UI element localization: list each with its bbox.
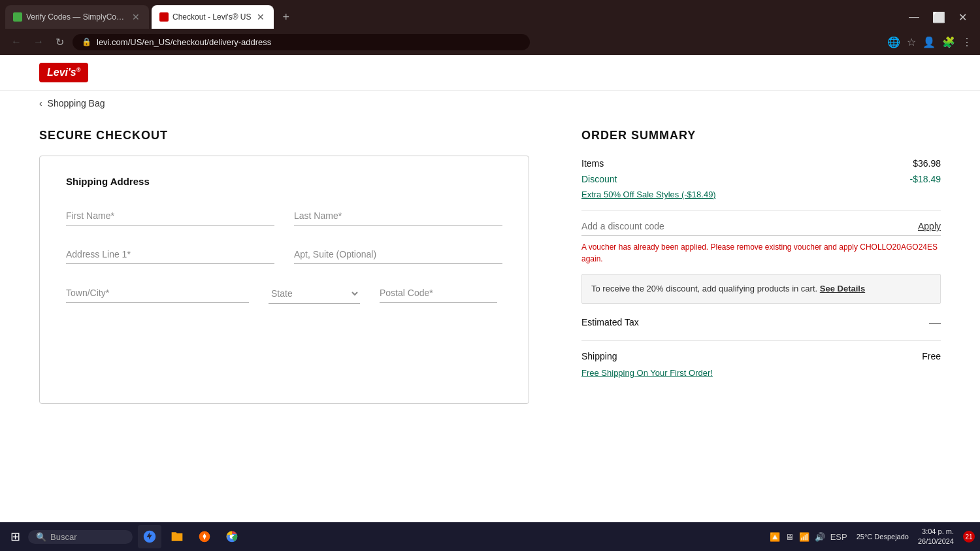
start-button[interactable]: ⊞ xyxy=(5,527,25,546)
taskbar-explorer-icon[interactable] xyxy=(165,525,189,548)
taskbar-search[interactable]: 🔍 Buscar xyxy=(28,530,133,544)
forward-button[interactable]: → xyxy=(30,35,47,49)
taskbar-chrome-icon[interactable] xyxy=(220,525,244,548)
order-summary-title: ORDER SUMMARY xyxy=(581,129,941,142)
taskbar-right: 🔼 🖥 📶 🔊 ESP 25°C Despejado 3:04 p. m. 26… xyxy=(764,527,975,547)
taskbar-search-icon: 🔍 xyxy=(36,532,46,542)
address-text: levi.com/US/en_US/checkout/delivery-addr… xyxy=(97,37,271,47)
city-state-zip-row: State AL CA NY TX xyxy=(66,284,502,304)
estimated-tax-label: Estimated Tax xyxy=(581,317,639,327)
tab-close-levis[interactable]: ✕ xyxy=(255,12,266,22)
qualifying-products-box: To receive the 20% discount, add qualify… xyxy=(581,274,941,304)
estimated-tax-row: Estimated Tax — xyxy=(581,316,941,329)
levis-favicon-icon xyxy=(159,12,169,22)
extensions-icon[interactable]: 🧩 xyxy=(942,36,955,48)
taskbar-notification-badge[interactable]: 21 xyxy=(963,531,975,543)
logo-text: Levi's® xyxy=(47,67,80,78)
name-row xyxy=(66,207,502,225)
items-label: Items xyxy=(581,158,604,169)
address-bar-row: ← → ↻ 🔒 levi.com/US/en_US/checkout/deliv… xyxy=(0,29,980,55)
checkout-form-box: Shipping Address xyxy=(39,156,529,404)
taskbar-language-label: ESP xyxy=(830,532,847,542)
new-tab-button[interactable]: + xyxy=(276,8,297,27)
tab-close-simpycodes[interactable]: ✕ xyxy=(131,12,141,22)
simpycodes-favicon-icon xyxy=(13,12,22,22)
taskbar-brave-icon[interactable] xyxy=(193,525,216,548)
browser-right-icons: 🌐 ☆ 👤 🧩 ⋮ xyxy=(887,36,972,48)
menu-icon[interactable]: ⋮ xyxy=(962,36,972,48)
discount-value: -$18.49 xyxy=(910,174,941,184)
discount-label: Discount xyxy=(581,174,617,184)
browser-chrome: Verify Codes — SimplyCodes ✕ Checkout - … xyxy=(0,0,980,55)
apply-discount-button[interactable]: Apply xyxy=(918,221,941,231)
taskbar-edge-icon[interactable] xyxy=(138,525,161,548)
postal-code-input[interactable] xyxy=(380,284,497,303)
see-details-link[interactable]: See Details xyxy=(820,284,865,293)
apt-group xyxy=(294,245,502,264)
main-layout: SECURE CHECKOUT Shipping Address xyxy=(0,116,980,417)
tab-simpycodes-label: Verify Codes — SimplyCodes xyxy=(26,12,127,22)
tab-simpycodes[interactable]: Verify Codes — SimplyCodes ✕ xyxy=(5,5,149,29)
secure-checkout-title: SECURE CHECKOUT xyxy=(39,129,529,142)
translate-icon[interactable]: 🌐 xyxy=(887,36,900,48)
first-name-input[interactable] xyxy=(66,207,274,225)
back-to-shopping-bag-link[interactable]: ‹ Shopping Bag xyxy=(39,98,105,109)
qualifying-text: To receive the 20% discount, add qualify… xyxy=(591,284,817,293)
shipping-section: Shipping Free Free Shipping On Your Firs… xyxy=(581,351,941,378)
discount-code-row: Apply xyxy=(581,221,941,236)
tab-bar: Verify Codes — SimplyCodes ✕ Checkout - … xyxy=(0,0,980,29)
discount-row: Discount -$18.49 xyxy=(581,174,941,184)
taskbar-notifications-icon[interactable]: 🔼 xyxy=(770,532,780,542)
close-button[interactable]: ✕ xyxy=(958,11,967,24)
apt-suite-input[interactable] xyxy=(294,245,502,264)
page-header: Levi's® xyxy=(0,55,980,91)
reload-button[interactable]: ↻ xyxy=(52,35,67,50)
taskbar-volume-icon: 🔊 xyxy=(815,532,825,542)
postal-group xyxy=(380,284,497,304)
address-bar[interactable]: 🔒 levi.com/US/en_US/checkout/delivery-ad… xyxy=(73,34,530,50)
taskbar-weather: 25°C Despejado xyxy=(857,533,909,541)
taskbar-time-value: 3:04 p. m. xyxy=(918,527,954,537)
last-name-input[interactable] xyxy=(294,207,502,225)
state-group: State AL CA NY TX xyxy=(269,284,360,304)
shipping-row: Shipping Free xyxy=(581,351,941,361)
discount-code-input[interactable] xyxy=(581,221,918,231)
back-button[interactable]: ← xyxy=(8,35,25,49)
maximize-button[interactable]: ⬜ xyxy=(932,11,945,24)
town-city-input[interactable] xyxy=(66,284,249,303)
summary-divider xyxy=(581,210,941,210)
taskbar-wifi-icon: 📶 xyxy=(799,532,809,542)
taskbar-search-label: Buscar xyxy=(50,532,76,542)
state-select[interactable]: State AL CA NY TX xyxy=(269,284,360,304)
order-summary-section: ORDER SUMMARY Items $36.98 Discount -$18… xyxy=(581,129,941,404)
taskbar-sys-icons: 🔼 🖥 📶 🔊 ESP xyxy=(764,532,853,542)
discount-detail-link[interactable]: Extra 50% Off Sale Styles (-$18.49) xyxy=(581,190,941,199)
profile-icon[interactable]: 👤 xyxy=(923,36,936,48)
last-name-group xyxy=(294,207,502,225)
shipping-value: Free xyxy=(922,351,941,361)
checkout-section: SECURE CHECKOUT Shipping Address xyxy=(39,129,529,404)
summary-divider2 xyxy=(581,340,941,341)
items-row: Items $36.98 xyxy=(581,158,941,169)
free-shipping-link[interactable]: Free Shipping On Your First Order! xyxy=(581,368,713,378)
taskbar: ⊞ 🔍 Buscar 🔼 🖥 📶 🔊 ESP 25°C Desp xyxy=(0,522,980,551)
estimated-tax-value: — xyxy=(929,316,941,329)
tab-levis-label: Checkout - Levi's® US xyxy=(172,12,252,22)
first-name-group xyxy=(66,207,274,225)
voucher-error-message: A voucher has already been applied. Plea… xyxy=(581,241,941,265)
address-row xyxy=(66,245,502,264)
bookmark-icon[interactable]: ☆ xyxy=(907,36,916,48)
levis-logo-box: Levi's® xyxy=(39,63,88,82)
back-arrow-icon: ‹ xyxy=(39,98,42,109)
lock-icon: 🔒 xyxy=(82,37,91,46)
taskbar-date-value: 26/10/2024 xyxy=(918,537,954,546)
items-value: $36.98 xyxy=(913,158,941,169)
taskbar-clock: 3:04 p. m. 26/10/2024 xyxy=(913,527,959,547)
tab-levis[interactable]: Checkout - Levi's® US ✕ xyxy=(152,5,274,29)
address1-group xyxy=(66,245,274,264)
minimize-button[interactable]: — xyxy=(909,11,919,23)
address-line1-input[interactable] xyxy=(66,245,274,264)
taskbar-app-icons xyxy=(138,525,244,548)
shipping-label: Shipping xyxy=(581,351,617,361)
breadcrumb-bar: ‹ Shopping Bag xyxy=(0,91,980,116)
